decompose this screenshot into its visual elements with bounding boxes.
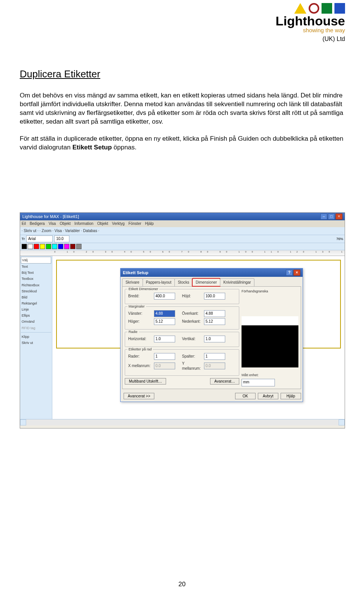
brand-logo: Lighthouse showing the way (UK) Ltd <box>276 3 345 43</box>
menu-tools[interactable]: Verktyg <box>112 221 124 226</box>
circle-icon <box>309 3 319 14</box>
tool-palette[interactable]: Välj Text Böj Text Textbox Richtextbox S… <box>20 256 52 419</box>
input-overkant[interactable]: 4.88 <box>204 310 225 317</box>
tool-text[interactable]: Text <box>21 264 51 270</box>
page-title: Duplicera Etiketter <box>20 67 344 81</box>
tab-dimensioner[interactable]: Dimensioner <box>192 278 220 286</box>
horizontal-scrollbar[interactable] <box>20 419 345 425</box>
swatch[interactable] <box>40 244 45 249</box>
logo-tail: (UK) Ltd <box>322 35 345 43</box>
advanced-expand-button[interactable]: Avancerat >> <box>124 393 154 399</box>
tool-rectangle[interactable]: Rektangel <box>21 300 51 306</box>
tool-richtextbox[interactable]: Richtextbox <box>21 282 51 288</box>
para2-bold: Etikett Setup <box>72 144 112 151</box>
menu-object2[interactable]: Objekt <box>97 221 108 226</box>
dialog-close-button[interactable]: × <box>293 270 300 276</box>
tool-cut[interactable]: Klipp <box>21 334 51 340</box>
swatch[interactable] <box>34 244 39 249</box>
multiband-button[interactable]: Multiband Utskrift… <box>125 378 166 385</box>
zoom-indicator: 76% <box>336 237 343 241</box>
input-bredd[interactable]: 400.0 <box>154 293 175 300</box>
menu-help[interactable]: Hjälp <box>145 221 154 226</box>
tool-barcode[interactable]: Streckkod <box>21 288 51 294</box>
minimize-button[interactable]: – <box>320 213 327 220</box>
help-button[interactable]: Hjälp <box>281 393 301 399</box>
input-spalter[interactable]: 1 <box>204 353 225 360</box>
input-nederkant[interactable]: 5.12 <box>204 318 225 325</box>
logo-text: Lighthouse <box>276 14 345 27</box>
swatch[interactable] <box>46 244 51 249</box>
unit-label: Mått enhet: <box>242 373 298 377</box>
group-legend: Etikett Dimensioner <box>127 287 159 291</box>
font-toolbar[interactable]: Tr Arial 10.0 76% <box>20 235 345 243</box>
swatch[interactable] <box>76 244 82 249</box>
swatch[interactable] <box>52 244 57 249</box>
dialog-help-button[interactable]: ? <box>286 270 293 276</box>
window-titlebar[interactable]: Lighthouse for MAX - [Etikett1] – □ × <box>20 213 345 220</box>
swatch[interactable] <box>64 244 69 249</box>
tool-line[interactable]: Linje <box>21 306 51 312</box>
label-overkant: Överkant: <box>182 311 204 316</box>
tool-print[interactable]: Skriv ut <box>21 340 51 346</box>
font-select[interactable]: Arial <box>26 235 53 242</box>
dialog-tabs[interactable]: Skrivare Pappers-layout Stocks Dimension… <box>121 277 303 286</box>
advanced-button[interactable]: Avancerat… <box>210 378 239 385</box>
swatch[interactable] <box>58 244 63 249</box>
input-hoger[interactable]: 5.12 <box>154 318 175 325</box>
label-spalter: Spalter: <box>182 354 204 359</box>
input-rader[interactable]: 1 <box>154 353 175 360</box>
toolbar-main[interactable]: · Skriv ut · · Zoom · Visa · Variabler ·… <box>20 227 345 235</box>
dialog-titlebar[interactable]: Etikett Setup ? × <box>121 268 303 277</box>
unit-select[interactable]: mm <box>242 379 275 386</box>
horizontal-ruler: 0 10 20 30 40 50 60 70 80 90 100 110 120… <box>20 250 345 256</box>
input-vertikal[interactable]: 1.0 <box>204 336 225 342</box>
label-rader: Rader: <box>128 354 154 359</box>
group-legend: Marginaler <box>127 304 146 309</box>
tab-kniv[interactable]: Knivinställningar <box>220 278 254 286</box>
tab-stocks[interactable]: Stocks <box>174 278 193 286</box>
close-button[interactable]: × <box>336 213 342 220</box>
dialog-title: Etikett Setup <box>123 270 148 276</box>
scroll-right-button[interactable] <box>339 419 345 425</box>
input-hojd[interactable]: 100.0 <box>204 293 225 300</box>
menu-object[interactable]: Objekt <box>60 221 71 226</box>
menu-edit[interactable]: Bedigera <box>30 221 45 226</box>
input-x-mellanrum: 0.0 <box>154 363 175 369</box>
app-screenshot: Lighthouse for MAX - [Etikett1] – □ × Ei… <box>20 212 345 428</box>
tab-skrivare[interactable]: Skrivare <box>122 278 143 286</box>
ok-button[interactable]: OK <box>235 393 256 399</box>
label-vertikal: Vertikal: <box>182 336 204 342</box>
tool-curved-text[interactable]: Böj Text <box>21 270 51 276</box>
tool-image[interactable]: Bild <box>21 294 51 300</box>
square-blue-icon <box>334 3 345 14</box>
menu-info[interactable]: Information <box>74 221 93 226</box>
swatch[interactable] <box>28 244 33 249</box>
group-legend: Etiketter på rad <box>127 347 153 352</box>
group-radius: Radie Horizontal: 1.0 Vertikal: 1.0 <box>125 332 239 347</box>
label-hoger: Höger: <box>128 319 154 324</box>
menu-bar[interactable]: Eil Bedigera Visa Objekt Information Obj… <box>20 220 345 227</box>
tool-textbox[interactable]: Textbox <box>21 276 51 282</box>
fontsize-select[interactable]: 10.0 <box>54 235 69 242</box>
color-swatches[interactable] <box>20 243 345 250</box>
swatch[interactable] <box>22 244 27 249</box>
scroll-track[interactable] <box>26 419 339 425</box>
tool-inverse[interactable]: Omvänd <box>21 319 51 325</box>
logo-subtitle: showing the way <box>303 27 345 34</box>
group-dimensions: Etikett Dimensioner Bredd: 400.0 Höjd: 1… <box>125 289 239 304</box>
cancel-button[interactable]: Avbryt <box>258 393 278 399</box>
menu-view[interactable]: Visa <box>49 221 56 226</box>
tool-ellipse[interactable]: Ellips <box>21 312 51 319</box>
label-x-mellanrum: X mellanrum: <box>128 363 154 369</box>
tool-select[interactable]: Välj <box>21 257 51 264</box>
swatch[interactable] <box>70 244 75 249</box>
scroll-left-button[interactable] <box>20 419 26 425</box>
label-vanster: Vänster: <box>128 311 154 316</box>
input-horizontal[interactable]: 1.0 <box>154 336 175 342</box>
menu-window[interactable]: Fönster <box>129 221 141 226</box>
maximize-button[interactable]: □ <box>328 213 335 220</box>
tab-papper[interactable]: Pappers-layout <box>143 278 175 286</box>
menu-file[interactable]: Eil <box>22 221 26 226</box>
window-title: Lighthouse for MAX - [Etikett1] <box>22 214 79 220</box>
input-vanster[interactable]: 4.88 <box>154 310 175 317</box>
